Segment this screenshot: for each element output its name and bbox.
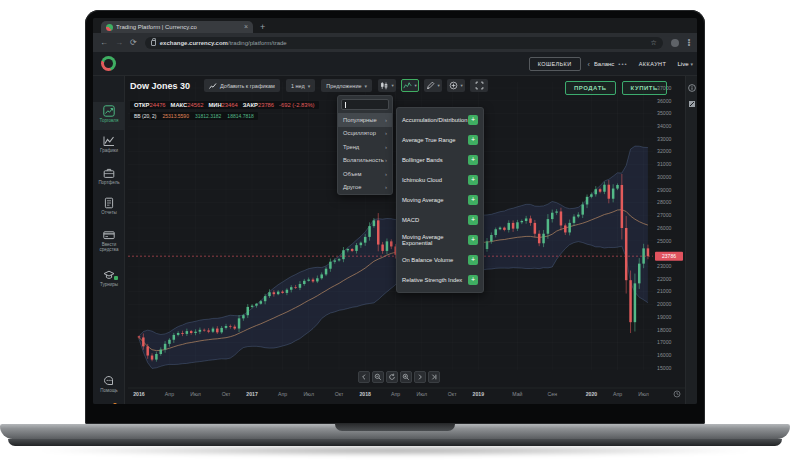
indicator-item[interactable]: Ichimoku Cloud+ (397, 170, 483, 190)
address-bar[interactable]: exchange.currency.com/trading/platform/t… (145, 37, 663, 49)
category-item[interactable]: Объем› (338, 167, 392, 181)
expand-panel-icon[interactable] (688, 100, 696, 108)
more-tools-icon (449, 81, 458, 90)
currency-logo-icon[interactable] (101, 56, 116, 71)
new-tab-button[interactable]: + (260, 22, 265, 33)
buy-button[interactable]: КУПИТЬ (622, 81, 667, 95)
bookmark-star-icon[interactable]: ☆ (650, 39, 656, 47)
category-item[interactable]: Осциллятор› (338, 127, 392, 141)
ohlc-legend: ОТКР24476 МАКС24562 МИН23464 ЗАКР23786 -… (130, 101, 319, 109)
draw-tools-button[interactable]: ▾ (424, 79, 442, 92)
add-indicator-button[interactable]: + (468, 175, 478, 185)
zoom-out-button[interactable] (372, 371, 384, 383)
sidebar-item-label: Ввести средства (93, 242, 125, 252)
zoom-in-button[interactable] (400, 371, 412, 383)
add-indicator-button[interactable]: + (468, 155, 478, 165)
indicator-label: Relative Strength Index (402, 277, 462, 283)
indicator-search-input[interactable] (341, 99, 389, 110)
indicator-item[interactable]: Bollinger Bands+ (397, 150, 483, 170)
category-label: Популярные (343, 117, 377, 123)
svg-text:23000: 23000 (657, 263, 672, 269)
tab-close-icon[interactable]: × (244, 24, 248, 30)
indicator-item[interactable]: MACD+ (397, 210, 483, 230)
sidebar-item-label: Помощь (100, 388, 117, 393)
add-indicator-button[interactable]: + (468, 235, 478, 245)
account-label[interactable]: АККАУНТ (639, 61, 667, 67)
add-indicator-button[interactable]: + (468, 255, 478, 265)
chevron-left-button[interactable] (358, 371, 370, 383)
indicators-button[interactable]: ▾ (401, 79, 419, 92)
info-icon[interactable] (688, 84, 696, 92)
sidebar-item-trading[interactable]: Торговля (93, 102, 125, 130)
svg-text:29000: 29000 (657, 187, 672, 193)
indicator-label: Moving Average (402, 197, 443, 203)
go-to-end-button[interactable] (428, 371, 440, 383)
svg-text:28000: 28000 (657, 199, 672, 205)
url-domain: exchange.currency.com (160, 40, 228, 46)
live-mode-selector[interactable]: Live ▾ (677, 61, 693, 67)
browser-profile-icon[interactable] (671, 39, 679, 47)
refresh-icon[interactable]: ⟳ (130, 38, 137, 47)
browser-menu-icon[interactable]: ••• (686, 39, 693, 46)
wallets-button[interactable]: КОШЕЛЬКИ (529, 57, 581, 71)
svg-text:Апр: Апр (613, 391, 622, 397)
category-item[interactable]: Другое› (338, 181, 392, 195)
chevron-right-icon: › (385, 130, 387, 136)
tab-title: Trading Platform | Currency.co (116, 24, 241, 30)
browser-tab[interactable]: Trading Platform | Currency.co × (101, 21, 253, 33)
indicator-item[interactable]: Accumulation/Distribution+ (397, 110, 483, 130)
add-indicator-button[interactable]: + (468, 115, 478, 125)
category-item[interactable]: Тренд› (338, 140, 392, 154)
low-value: 23464 (222, 102, 238, 108)
laptop-base (0, 424, 790, 439)
app-header: КОШЕЛЬКИ ‹ Баланс ••• АККАУНТ Live ▾ (93, 52, 697, 76)
indicator-item[interactable]: Average True Range+ (397, 130, 483, 150)
svg-text:Июл: Июл (638, 391, 649, 397)
chart-type-button[interactable]: ▾ (378, 79, 396, 92)
sell-button[interactable]: ПРОДАТЬ (565, 81, 616, 95)
indicator-item[interactable]: On Balance Volume+ (397, 250, 483, 270)
reset-zoom-button[interactable] (386, 371, 398, 383)
category-item[interactable]: Популярные› (338, 113, 392, 127)
sidebar-item-label: Портфель (98, 180, 119, 185)
forward-icon[interactable]: → (115, 38, 123, 47)
svg-text:36000: 36000 (657, 98, 672, 104)
svg-text:20000: 20000 (657, 301, 672, 307)
indicator-item[interactable]: Relative Strength Index+ (397, 270, 483, 290)
timeframe-dropdown[interactable]: 1 нед▾ (286, 79, 315, 92)
back-icon[interactable]: ← (100, 38, 108, 47)
balance-selector[interactable]: ‹ Баланс ••• (588, 61, 628, 68)
indicator-label: Ichimoku Cloud (402, 177, 442, 183)
sidebar-item-reports[interactable]: Отчеты (93, 194, 125, 222)
url-path: /trading/platform/trade (228, 40, 287, 46)
more-tools-button[interactable]: ▾ (447, 79, 465, 92)
sidebar-item-charts[interactable]: Графики (93, 132, 125, 160)
chevron-right-button[interactable] (414, 371, 426, 383)
sidebar-item-tournaments[interactable]: Турниры (93, 266, 125, 294)
add-indicator-button[interactable]: + (468, 195, 478, 205)
sidebar-item-settings[interactable]: Настройки (93, 400, 125, 404)
indicator-label: MACD (402, 217, 419, 223)
fullscreen-button[interactable] (470, 79, 488, 92)
charts-icon (103, 135, 115, 147)
category-item[interactable]: Волатильность› (338, 154, 392, 168)
balance-more-icon[interactable]: ••• (618, 61, 627, 67)
add-indicator-button[interactable]: + (468, 275, 478, 285)
indicator-item[interactable]: Moving Average Exponential+ (397, 230, 483, 250)
add-chart-icon (209, 82, 217, 90)
add-indicator-button[interactable]: + (468, 135, 478, 145)
svg-text:17000: 17000 (657, 339, 672, 345)
chevron-right-icon: › (385, 171, 387, 177)
indicator-item[interactable]: Moving Average+ (397, 190, 483, 210)
sidebar-item-deposit[interactable]: Ввести средства (93, 226, 125, 260)
chevron-left-icon[interactable]: ‹ (588, 61, 590, 68)
add-indicator-button[interactable]: + (468, 215, 478, 225)
sidebar-item-label: Торговля (100, 118, 119, 123)
go-to-end-icon (430, 373, 438, 381)
sidebar-item-help[interactable]: Помощь (93, 372, 125, 400)
sidebar-item-portfolio[interactable]: Портфель (93, 164, 125, 192)
svg-text:26000: 26000 (657, 225, 672, 231)
chevron-down-icon: ▾ (365, 83, 368, 89)
suggestions-dropdown[interactable]: Предложение▾ (321, 79, 372, 92)
add-to-charts-button[interactable]: Добавить к графикам (204, 79, 280, 92)
